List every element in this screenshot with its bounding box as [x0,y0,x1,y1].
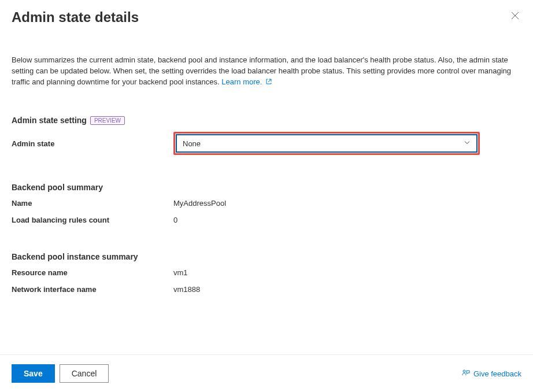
panel-content: Below summarizes the current admin state… [12,54,521,354]
admin-state-row: Admin state None [12,132,521,155]
panel-header: Admin state details [12,9,521,25]
admin-state-setting-heading-text: Admin state setting [12,116,87,125]
rules-count-row: Load balancing rules count 0 [12,216,521,224]
backend-pool-name-row: Name MyAddressPool [12,199,521,208]
nic-name-label: Network interface name [12,285,173,294]
save-button[interactable]: Save [12,364,55,383]
learn-more-link[interactable]: Learn more. [221,77,272,86]
rules-count-label: Load balancing rules count [12,216,173,224]
admin-state-dropdown[interactable]: None [176,134,478,153]
svg-point-3 [463,370,465,372]
admin-state-dropdown-value: None [183,139,201,148]
rules-count-value: 0 [173,216,177,224]
preview-badge: PREVIEW [90,116,125,125]
svg-line-2 [268,79,271,82]
external-link-icon [265,77,272,88]
give-feedback-link[interactable]: Give feedback [462,369,521,379]
admin-state-label: Admin state [12,139,173,148]
page-title: Admin state details [12,9,139,25]
admin-state-details-panel: Admin state details Below summarizes the… [0,0,533,392]
nic-name-value: vm1888 [173,285,200,294]
resource-name-row: Resource name vm1 [12,268,521,277]
backend-instance-summary-heading: Backend pool instance summary [12,252,521,261]
close-icon [511,12,519,20]
backend-pool-summary-heading: Backend pool summary [12,183,521,192]
cancel-button[interactable]: Cancel [60,364,109,383]
resource-name-value: vm1 [173,268,188,277]
backend-pool-name-label: Name [12,199,173,208]
admin-state-dropdown-highlight: None [173,132,480,155]
backend-pool-name-value: MyAddressPool [173,199,226,208]
feedback-icon [462,369,470,379]
panel-footer: Save Cancel Give feedback [0,354,533,392]
description-text: Below summarizes the current admin state… [12,54,521,88]
resource-name-label: Resource name [12,268,173,277]
admin-state-setting-heading: Admin state setting PREVIEW [12,116,521,125]
footer-buttons: Save Cancel [12,364,109,383]
nic-name-row: Network interface name vm1888 [12,285,521,294]
learn-more-label: Learn more. [221,77,262,86]
close-button[interactable] [509,9,521,24]
give-feedback-label: Give feedback [473,369,521,378]
chevron-down-icon [464,139,471,148]
